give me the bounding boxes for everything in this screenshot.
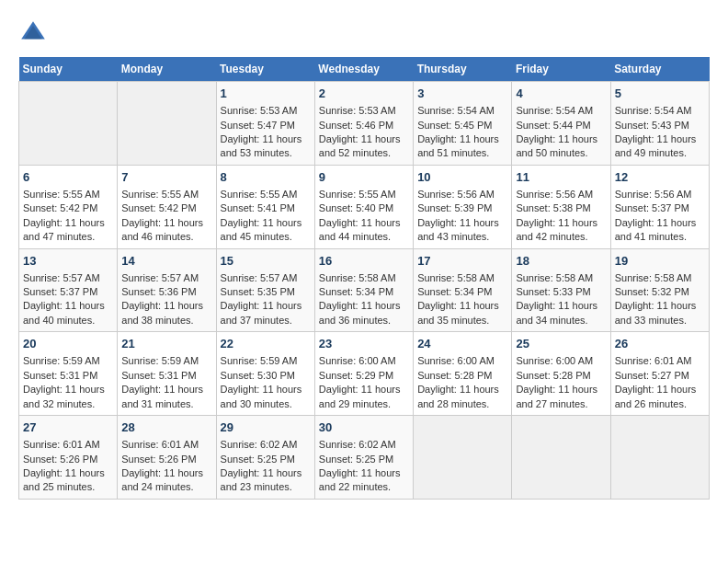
logo-icon — [18, 18, 48, 48]
calendar-cell: 30Sunrise: 6:02 AMSunset: 5:25 PMDayligh… — [314, 416, 413, 500]
day-info: Sunset: 5:31 PM — [121, 369, 211, 383]
calendar-cell — [414, 416, 512, 500]
day-number: 23 — [319, 336, 409, 352]
weekday-header-thursday: Thursday — [414, 57, 512, 82]
day-number: 29 — [221, 419, 311, 436]
day-info: Sunset: 5:42 PM — [23, 201, 113, 215]
calendar-cell — [610, 416, 709, 500]
day-number: 19 — [615, 253, 705, 270]
weekday-header-saturday: Saturday — [610, 57, 709, 82]
calendar-cell: 13Sunrise: 5:57 AMSunset: 5:37 PMDayligh… — [19, 248, 118, 332]
day-info: Sunset: 5:43 PM — [615, 119, 705, 132]
day-info: Sunset: 5:40 PM — [319, 201, 409, 215]
calendar-cell: 11Sunrise: 5:56 AMSunset: 5:38 PMDayligh… — [512, 165, 610, 248]
calendar-cell: 19Sunrise: 5:58 AMSunset: 5:32 PMDayligh… — [610, 248, 709, 332]
day-info: Daylight: 11 hours and 30 minutes. — [221, 383, 311, 411]
day-info: Daylight: 11 hours and 49 minutes. — [615, 132, 705, 161]
day-info: Sunrise: 5:56 AM — [516, 188, 606, 201]
day-number: 1 — [221, 86, 311, 102]
calendar-table: SundayMondayTuesdayWednesdayThursdayFrid… — [18, 57, 710, 500]
day-number: 7 — [121, 169, 211, 186]
day-info: Sunset: 5:42 PM — [121, 201, 211, 215]
day-info: Sunset: 5:46 PM — [319, 119, 409, 132]
day-info: Sunset: 5:44 PM — [516, 119, 606, 132]
calendar-cell: 1Sunrise: 5:53 AMSunset: 5:47 PMDaylight… — [216, 82, 314, 166]
day-number: 26 — [615, 336, 705, 352]
day-info: Daylight: 11 hours and 41 minutes. — [615, 216, 705, 245]
day-info: Daylight: 11 hours and 27 minutes. — [516, 383, 606, 411]
day-info: Sunset: 5:29 PM — [319, 369, 409, 383]
day-number: 21 — [121, 336, 211, 352]
day-info: Sunrise: 6:00 AM — [319, 354, 409, 368]
day-info: Sunrise: 5:59 AM — [23, 354, 113, 368]
calendar-cell — [512, 416, 610, 500]
day-info: Sunset: 5:41 PM — [221, 201, 311, 215]
day-info: Daylight: 11 hours and 34 minutes. — [516, 299, 606, 327]
day-info: Sunrise: 5:59 AM — [121, 354, 211, 368]
day-info: Sunset: 5:32 PM — [615, 285, 705, 299]
day-info: Daylight: 11 hours and 37 minutes. — [221, 299, 311, 327]
day-info: Sunset: 5:30 PM — [221, 369, 311, 383]
day-info: Daylight: 11 hours and 52 minutes. — [319, 132, 409, 161]
day-info: Sunset: 5:36 PM — [121, 285, 211, 299]
day-info: Sunset: 5:45 PM — [417, 119, 507, 132]
day-info: Sunset: 5:37 PM — [615, 201, 705, 215]
day-info: Daylight: 11 hours and 26 minutes. — [615, 383, 705, 411]
day-info: Sunrise: 5:56 AM — [615, 188, 705, 201]
day-info: Daylight: 11 hours and 24 minutes. — [121, 466, 211, 495]
day-number: 5 — [615, 86, 705, 102]
day-info: Daylight: 11 hours and 31 minutes. — [121, 383, 211, 411]
calendar-cell: 7Sunrise: 5:55 AMSunset: 5:42 PMDaylight… — [118, 165, 216, 248]
day-info: Sunrise: 5:55 AM — [121, 188, 211, 201]
day-number: 22 — [221, 336, 311, 352]
day-number: 30 — [319, 419, 409, 436]
weekday-header-sunday: Sunday — [19, 57, 118, 82]
day-number: 9 — [319, 169, 409, 186]
weekday-header-tuesday: Tuesday — [216, 57, 314, 82]
day-info: Sunset: 5:34 PM — [417, 285, 507, 299]
day-number: 14 — [121, 253, 211, 270]
logo — [18, 18, 51, 48]
day-info: Sunset: 5:38 PM — [516, 201, 606, 215]
calendar-cell: 27Sunrise: 6:01 AMSunset: 5:26 PMDayligh… — [19, 416, 118, 500]
day-info: Sunset: 5:34 PM — [319, 285, 409, 299]
calendar-cell: 22Sunrise: 5:59 AMSunset: 5:30 PMDayligh… — [216, 332, 314, 416]
day-number: 28 — [121, 419, 211, 436]
calendar-cell — [118, 82, 216, 166]
calendar-cell: 28Sunrise: 6:01 AMSunset: 5:26 PMDayligh… — [118, 416, 216, 500]
calendar-cell: 10Sunrise: 5:56 AMSunset: 5:39 PMDayligh… — [414, 165, 512, 248]
day-info: Sunrise: 5:57 AM — [221, 271, 311, 285]
day-number: 20 — [23, 336, 113, 352]
calendar-cell: 5Sunrise: 5:54 AMSunset: 5:43 PMDaylight… — [610, 82, 709, 166]
day-info: Sunrise: 5:53 AM — [319, 104, 409, 118]
day-number: 24 — [417, 336, 507, 352]
page-header — [18, 18, 710, 48]
day-info: Sunset: 5:39 PM — [417, 201, 507, 215]
calendar-cell — [19, 82, 118, 166]
day-info: Sunrise: 5:53 AM — [221, 104, 311, 118]
day-info: Sunrise: 5:58 AM — [319, 271, 409, 285]
weekday-header-monday: Monday — [118, 57, 216, 82]
day-info: Sunset: 5:47 PM — [221, 119, 311, 132]
day-info: Sunrise: 5:55 AM — [23, 188, 113, 201]
day-info: Sunrise: 5:55 AM — [221, 188, 311, 201]
day-info: Sunrise: 5:57 AM — [121, 271, 211, 285]
day-info: Daylight: 11 hours and 38 minutes. — [121, 299, 211, 327]
day-info: Daylight: 11 hours and 47 minutes. — [23, 216, 113, 245]
day-number: 12 — [615, 169, 705, 186]
day-info: Daylight: 11 hours and 51 minutes. — [417, 132, 507, 161]
day-info: Sunrise: 6:00 AM — [516, 354, 606, 368]
day-info: Daylight: 11 hours and 45 minutes. — [221, 216, 311, 245]
day-info: Daylight: 11 hours and 35 minutes. — [417, 299, 507, 327]
calendar-cell: 4Sunrise: 5:54 AMSunset: 5:44 PMDaylight… — [512, 82, 610, 166]
day-info: Sunrise: 5:58 AM — [615, 271, 705, 285]
day-number: 11 — [516, 169, 606, 186]
day-info: Sunrise: 5:54 AM — [615, 104, 705, 118]
day-info: Daylight: 11 hours and 42 minutes. — [516, 216, 606, 245]
day-info: Sunset: 5:25 PM — [221, 453, 311, 466]
day-info: Sunrise: 5:54 AM — [516, 104, 606, 118]
day-info: Daylight: 11 hours and 40 minutes. — [23, 299, 113, 327]
day-info: Daylight: 11 hours and 43 minutes. — [417, 216, 507, 245]
calendar-cell: 29Sunrise: 6:02 AMSunset: 5:25 PMDayligh… — [216, 416, 314, 500]
weekday-header-friday: Friday — [512, 57, 610, 82]
